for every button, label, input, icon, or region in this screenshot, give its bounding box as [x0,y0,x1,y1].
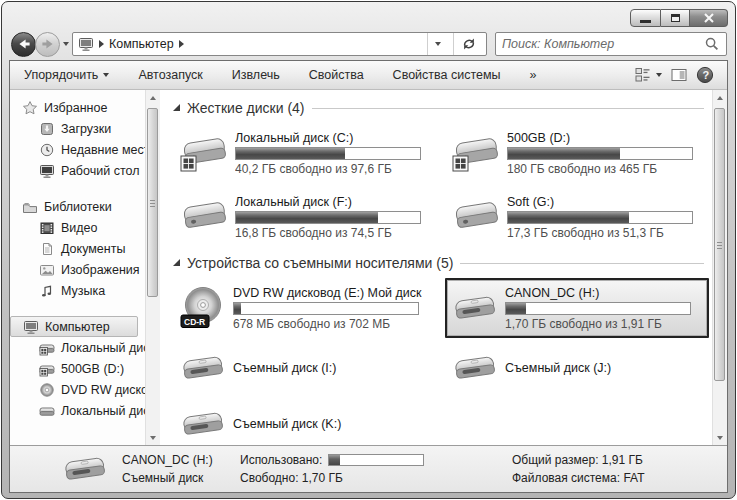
dvd-disc-icon [39,382,55,398]
sidebar-item-downloads[interactable]: Загрузки [10,118,145,139]
forward-arrow-icon [40,36,56,52]
drive-tile-k[interactable]: Съемный диск (K:) [173,398,437,445]
scroll-down-arrow[interactable] [713,430,727,445]
client-area: Упорядочить Автозапуск Извлечь Свойства … [9,60,728,493]
recent-places-icon [39,142,55,158]
drive-tile-e-dvd[interactable]: DVD RW дисковод (E:) Мой диск 678 МБ сво… [173,278,437,338]
hdd-windows-icon [180,132,228,174]
capacity-bar [235,147,421,160]
drive-tile-i[interactable]: Съемный диск (I:) [173,342,437,394]
screenshot: Компьютер Упорядочить Автозапуск Извлечь… [0,1,737,500]
drive-tile-c[interactable]: Локальный диск (C:) 40,2 ГБ свободно из … [173,123,437,183]
autoplay-button[interactable]: Автозапуск [138,68,202,82]
sidebar-item-local-disk[interactable]: Локальный диск [10,400,145,421]
drive-name: Съемный диск (I:) [233,361,430,375]
sidebar-item-local-disk-c[interactable]: Локальный диск [10,337,145,358]
drive-name: Локальный диск (C:) [235,131,430,145]
close-button[interactable] [690,9,728,27]
chevron-down-icon [656,73,662,77]
drive-tile-g[interactable]: Soft (G:) 17,3 ГБ свободно из 51,3 ГБ [445,187,709,247]
maximize-icon [671,14,680,22]
search-input[interactable] [502,37,704,51]
status-bar: CANON_DC (H:) Съемный диск Использовано:… [10,445,727,492]
address-dropdown-button[interactable] [427,33,448,55]
sidebar-item-dvd-drive[interactable]: DVD RW дисково [10,379,145,400]
collapse-group-arrow[interactable] [173,259,180,266]
drive-free-space: 1,70 ГБ свободно из 1,91 ГБ [505,317,702,331]
breadcrumb-separator-icon[interactable] [99,40,104,48]
drive-tile-h-canon-dc[interactable]: CANON_DC (H:) 1,70 ГБ свободно из 1,91 Г… [445,278,709,338]
scrollbar-track[interactable] [146,105,160,430]
drive-tile-j[interactable]: Съемный диск (J:) [445,342,709,394]
scroll-up-arrow[interactable] [713,90,727,105]
navigation-bar: Компьютер [2,28,735,60]
minimize-button[interactable] [630,9,661,27]
sidebar-item-recent-places[interactable]: Недавние места [10,139,145,160]
search-box[interactable] [495,32,727,56]
drive-free-space: 180 ГБ свободно из 465 ГБ [507,162,702,176]
main-area: Избранное Загрузки Недавние места Рабочи… [10,90,727,445]
toolbar-overflow-button[interactable]: » [530,68,537,82]
scrollbar-track[interactable] [713,105,727,430]
status-total-size: Общий размер: 1,91 ГБ [512,453,645,467]
status-free-space: Свободно: 1,70 ГБ [240,471,343,485]
drive-tile-d[interactable]: 500GB (D:) 180 ГБ свободно из 465 ГБ [445,123,709,183]
help-button[interactable] [696,66,714,84]
collapse-group-arrow[interactable] [173,104,180,111]
preview-pane-button[interactable] [671,67,687,83]
drive-free-space: 17,3 ГБ свободно из 51,3 ГБ [507,226,702,240]
status-drive-type: Съемный диск [122,471,240,485]
sidebar-item-video[interactable]: Видео [10,217,145,238]
sidebar-item-music[interactable]: Музыка [10,280,145,301]
drive-free-space: 40,2 ГБ свободно из 97,6 ГБ [235,162,430,176]
hdd-icon [180,196,228,238]
refresh-icon [461,36,477,52]
hdd-windows-icon [39,361,55,377]
scroll-up-arrow[interactable] [146,90,160,105]
forward-button[interactable] [35,32,60,57]
refresh-button[interactable] [453,33,484,55]
status-capacity-bar [328,454,424,466]
breadcrumb[interactable]: Компьютер [109,37,174,51]
sidebar-item-pictures[interactable]: Изображения [10,259,145,280]
cdr-disc-icon [180,286,226,330]
maximize-button[interactable] [661,9,690,27]
recent-pages-dropdown[interactable] [63,42,69,46]
back-button[interactable] [11,32,36,57]
titlebar[interactable] [2,2,735,28]
change-view-button[interactable] [635,67,662,83]
sidebar-list: Избранное Загрузки Недавние места Рабочи… [10,90,145,445]
address-bar[interactable]: Компьютер [72,32,487,56]
removable-tiles: DVD RW дисковод (E:) Мой диск 678 МБ сво… [173,278,710,445]
scroll-down-arrow[interactable] [146,430,160,445]
capacity-bar [235,211,421,224]
group-title[interactable]: Жесткие диски (4) [187,100,305,116]
scrollbar-thumb[interactable] [147,108,158,297]
eject-button[interactable]: Извлечь [232,68,280,82]
scrollbar-thumb[interactable] [714,108,725,381]
organize-button[interactable]: Упорядочить [24,68,109,82]
system-properties-button[interactable]: Свойства системы [393,68,501,82]
drive-name: 500GB (D:) [507,131,702,145]
sidebar-item-favorites[interactable]: Избранное [10,97,145,118]
properties-button[interactable]: Свойства [309,68,364,82]
group-header-removable: Устройства со съемными носителями (5) [173,255,704,271]
hdd-icon [452,196,500,238]
breadcrumb-separator-icon[interactable] [179,40,184,48]
video-icon [39,220,55,236]
content-scrollbar[interactable] [712,90,727,445]
sidebar-item-disk-d[interactable]: 500GB (D:) [10,358,145,379]
hard-disks-tiles: Локальный диск (C:) 40,2 ГБ свободно из … [173,123,710,247]
file-list-pane: Жесткие диски (4) Локальный диск (C:) 40… [160,90,727,445]
sidebar-item-libraries[interactable]: Библиотеки [10,196,145,217]
group-title[interactable]: Устройства со съемными носителями (5) [187,255,453,271]
capacity-bar [505,302,691,315]
sidebar-scrollbar[interactable] [145,90,160,445]
sidebar-item-documents[interactable]: Документы [10,238,145,259]
sidebar-item-computer[interactable]: Компьютер [10,316,138,337]
drive-tile-f[interactable]: Локальный диск (F:) 16,8 ГБ свободно из … [173,187,437,247]
command-toolbar: Упорядочить Автозапуск Извлечь Свойства … [10,61,727,90]
chevron-down-icon [435,42,441,46]
views-icon [635,67,651,83]
sidebar-item-desktop[interactable]: Рабочий стол [10,160,145,181]
